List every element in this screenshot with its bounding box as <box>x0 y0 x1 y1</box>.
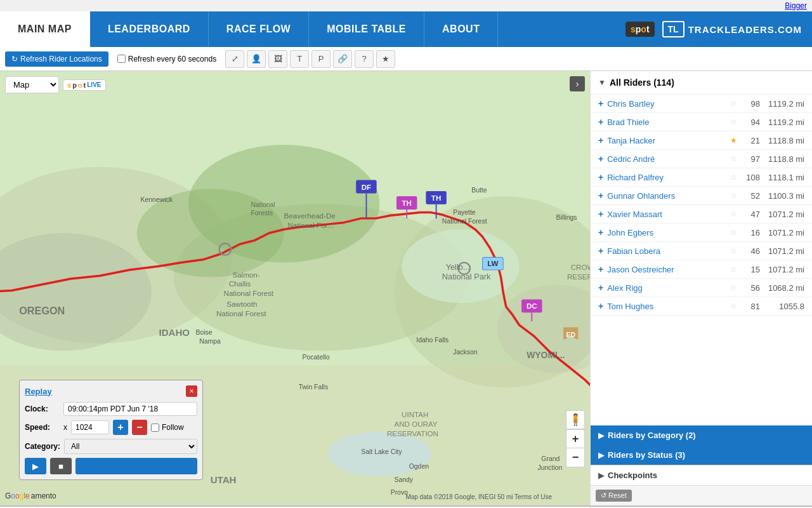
tool-fullscreen[interactable]: ⤢ <box>225 50 244 68</box>
replay-speed-input[interactable] <box>71 420 109 434</box>
auto-refresh-label[interactable]: Refresh every 60 seconds <box>117 55 216 64</box>
rider-star-3[interactable]: ☆ <box>730 154 737 163</box>
tool-image[interactable]: 🖼 <box>268 50 287 68</box>
tool-text[interactable]: T <box>290 50 309 68</box>
rider-name-5[interactable]: Gunnar Ohlanders <box>607 191 729 201</box>
rider-star-10[interactable]: ☆ <box>730 283 737 292</box>
rider-expand-1[interactable]: + <box>598 117 603 127</box>
rider-name-6[interactable]: Xavier Massart <box>607 210 729 219</box>
sidebar-header: ▼ All Riders (114) <box>591 71 812 95</box>
reset-button[interactable]: ↺ Reset <box>596 490 632 502</box>
rider-dist-2: 1118.8 mi <box>760 136 804 145</box>
rider-row: + Gunnar Ohlanders ☆ 52 1100.3 mi <box>591 187 812 205</box>
rider-name-1[interactable]: Brad Thiele <box>607 117 729 127</box>
svg-text:Forests: Forests <box>251 210 273 217</box>
replay-play-button[interactable]: ▶ <box>25 458 46 474</box>
rider-expand-8[interactable]: + <box>598 246 603 256</box>
sidebar-expand-icon[interactable]: ▼ <box>598 78 606 87</box>
svg-text:Grand: Grand <box>541 455 560 462</box>
rider-star-2[interactable]: ★ <box>730 136 737 145</box>
section-by-category[interactable]: ▶ Riders by Category (2) <box>591 425 812 445</box>
replay-controls: ▶ ■ <box>25 458 197 474</box>
rider-expand-7[interactable]: + <box>598 227 603 237</box>
rider-expand-6[interactable]: + <box>598 209 603 219</box>
auto-refresh-checkbox[interactable] <box>117 55 126 63</box>
rider-star-11[interactable]: ☆ <box>730 302 737 311</box>
tool-star[interactable]: ★ <box>376 50 395 68</box>
rider-expand-10[interactable]: + <box>598 283 603 293</box>
bigger-link[interactable]: Bigger <box>785 1 807 10</box>
rider-expand-2[interactable]: + <box>598 135 603 145</box>
replay-stop-button[interactable]: ■ <box>50 458 72 474</box>
svg-text:TH: TH <box>402 199 411 207</box>
tab-mobile-table[interactable]: MOBILE TABLE <box>309 11 424 47</box>
tool-help[interactable]: ? <box>355 50 374 68</box>
rider-star-9[interactable]: ☆ <box>730 265 737 274</box>
rider-name-0[interactable]: Chris Bartley <box>607 99 729 109</box>
rider-dist-4: 1118.1 mi <box>760 173 804 182</box>
map-expand-button[interactable]: › <box>570 76 585 91</box>
rider-expand-3[interactable]: + <box>598 154 603 164</box>
map-area[interactable]: Map Satellite Terrain spot LIVE › <box>0 71 590 505</box>
tool-person[interactable]: 👤 <box>247 50 266 68</box>
map-controls-top: Map Satellite Terrain spot LIVE <box>5 76 106 93</box>
rider-star-4[interactable]: ☆ <box>730 173 737 182</box>
replay-follow-checkbox[interactable] <box>151 424 159 432</box>
rider-name-11[interactable]: Tom Hughes <box>607 302 729 311</box>
replay-progress-bar[interactable] <box>75 458 197 474</box>
rider-name-2[interactable]: Tanja Hacker <box>607 136 729 145</box>
rider-row: + Richard Palfrey ☆ 108 1118.1 mi <box>591 168 812 187</box>
sidebar-title: All Riders (114) <box>610 77 674 88</box>
rider-name-8[interactable]: Fabian Lobera <box>607 246 729 256</box>
rider-expand-9[interactable]: + <box>598 264 603 274</box>
svg-text:WYOMI...: WYOMI... <box>527 350 565 360</box>
map-attribution: amento <box>31 491 56 500</box>
replay-plus-button[interactable]: + <box>113 420 128 435</box>
tool-link[interactable]: 🔗 <box>333 50 352 68</box>
rider-star-1[interactable]: ☆ <box>730 117 737 126</box>
svg-text:RESERVAT...: RESERVAT... <box>567 273 590 281</box>
replay-title[interactable]: Replay <box>25 387 52 396</box>
rider-expand-4[interactable]: + <box>598 172 603 182</box>
replay-category-select[interactable]: All Men Women <box>64 439 197 454</box>
rider-name-10[interactable]: Alex Rigg <box>607 283 729 293</box>
map-type-select[interactable]: Map Satellite Terrain <box>5 76 59 93</box>
tab-main-map[interactable]: MAIN MAP <box>0 11 90 47</box>
rider-star-0[interactable]: ☆ <box>730 99 737 108</box>
replay-follow-label[interactable]: Follow <box>151 423 184 432</box>
tab-race-flow[interactable]: RACE FLOW <box>209 11 309 47</box>
rider-row: + John Egbers ☆ 16 1071.2 mi <box>591 224 812 242</box>
top-bar: Bigger <box>0 0 812 11</box>
tab-leaderboard[interactable]: LEADERBOARD <box>90 11 209 47</box>
rider-star-5[interactable]: ☆ <box>730 191 737 200</box>
tool-p[interactable]: P <box>311 50 331 68</box>
replay-minus-button[interactable]: − <box>132 420 147 435</box>
svg-text:RESERVATION: RESERVATION <box>387 430 438 438</box>
rider-expand-0[interactable]: + <box>598 98 603 109</box>
zoom-out-button[interactable]: − <box>566 448 585 467</box>
rider-star-7[interactable]: ☆ <box>730 228 737 237</box>
replay-header: Replay × <box>25 385 197 397</box>
zoom-in-button[interactable]: + <box>566 429 585 448</box>
rider-expand-5[interactable]: + <box>598 190 603 201</box>
rider-num-8: 46 <box>737 246 760 256</box>
nav-bar: MAIN MAP LEADERBOARD RACE FLOW MOBILE TA… <box>0 11 812 47</box>
tab-about[interactable]: ABOUT <box>424 11 498 47</box>
map-person-button[interactable]: 🧍 <box>566 410 585 429</box>
replay-close-button[interactable]: × <box>186 385 197 397</box>
rider-row: + Tom Hughes ☆ 81 1055.8 <box>591 297 812 316</box>
rider-name-4[interactable]: Richard Palfrey <box>607 173 729 182</box>
rider-expand-11[interactable]: + <box>598 301 603 311</box>
rider-star-6[interactable]: ☆ <box>730 210 737 218</box>
rider-name-7[interactable]: John Egbers <box>607 228 729 237</box>
refresh-button[interactable]: ↻ Refresh Rider Locations <box>5 51 108 67</box>
spot-logo: spot <box>625 22 655 37</box>
rider-num-0: 98 <box>737 99 760 109</box>
replay-clock-input[interactable] <box>63 402 197 416</box>
rider-dist-10: 1068.2 mi <box>760 283 804 293</box>
section-by-status[interactable]: ▶ Riders by Status (3) <box>591 445 812 465</box>
rider-star-8[interactable]: ☆ <box>730 246 737 255</box>
rider-name-3[interactable]: Cédric André <box>607 154 729 164</box>
rider-name-9[interactable]: Jason Oestreicher <box>607 265 729 274</box>
section-checkpoints[interactable]: ▶ Checkpoints <box>591 465 812 485</box>
